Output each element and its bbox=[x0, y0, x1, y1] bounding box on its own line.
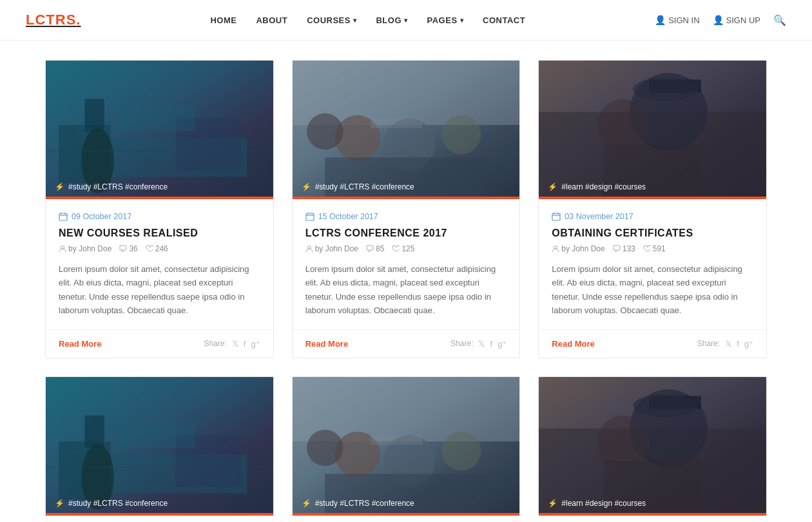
card-body: 03 November 2017 OBTAINING CERTIFICATES … bbox=[539, 199, 766, 318]
read-more-link[interactable]: Read More bbox=[305, 339, 348, 349]
card-date: 15 October 2017 bbox=[305, 212, 507, 221]
twitter-icon[interactable]: 𝕏 bbox=[232, 339, 238, 349]
logo[interactable]: LCTRS. bbox=[26, 12, 81, 28]
image-overlay bbox=[293, 377, 520, 516]
sign-in-label: SIGN IN bbox=[668, 15, 699, 25]
card-comments: 36 bbox=[119, 244, 137, 253]
nav-about[interactable]: ABOUT bbox=[256, 15, 287, 25]
card-footer: Read More Share: 𝕏 f g⁺ bbox=[46, 329, 273, 358]
card-image: ⚡#learn #design #courses bbox=[539, 377, 766, 516]
googleplus-icon[interactable]: g⁺ bbox=[251, 339, 260, 349]
svg-rect-35 bbox=[552, 213, 560, 220]
header-actions: 👤 SIGN IN 👤 SIGN UP 🔍 bbox=[655, 14, 786, 26]
image-overlay bbox=[539, 377, 766, 516]
card-excerpt: Lorem ipsum dolor sit amet, consectetur … bbox=[552, 262, 753, 318]
blog-card: ⚡#learn #design #courses bbox=[538, 376, 767, 516]
image-overlay bbox=[46, 61, 273, 199]
image-overlay bbox=[46, 377, 273, 516]
svg-rect-40 bbox=[614, 246, 620, 250]
card-likes: 591 bbox=[643, 244, 666, 253]
tag-icon: ⚡ bbox=[55, 182, 64, 191]
twitter-icon[interactable]: 𝕏 bbox=[725, 339, 731, 349]
read-more-link[interactable]: Read More bbox=[59, 339, 101, 349]
card-tags: ⚡#study #LCTRS #conference bbox=[55, 182, 168, 191]
card-image: ⚡#study #LCTRS #conference bbox=[293, 377, 520, 516]
card-excerpt: Lorem ipsum dolor sit amet, consectetur … bbox=[59, 262, 260, 318]
card-date-text: 09 October 2017 bbox=[72, 212, 131, 221]
sign-in-link[interactable]: 👤 SIGN IN bbox=[655, 15, 699, 25]
site-header: LCTRS. HOME ABOUT COURSES BLOG PAGES CON… bbox=[0, 0, 812, 41]
comment-icon bbox=[119, 245, 127, 253]
image-bar bbox=[539, 513, 766, 516]
image-bar bbox=[539, 197, 766, 199]
share-group: Share: 𝕏 f g⁺ bbox=[204, 339, 260, 349]
card-title: OBTAINING CERTIFICATES bbox=[552, 227, 753, 239]
card-body: 15 October 2017 LCTRS CONFERENCE 2017 by… bbox=[293, 199, 520, 318]
search-icon[interactable]: 🔍 bbox=[773, 14, 786, 26]
card-tags: ⚡#study #LCTRS #conference bbox=[55, 499, 168, 508]
card-date-text: 15 October 2017 bbox=[318, 212, 378, 221]
image-overlay bbox=[539, 61, 766, 199]
card-meta: by John Doe 36 246 bbox=[59, 244, 260, 253]
author-icon bbox=[59, 245, 66, 253]
sign-up-link[interactable]: 👤 SIGN UP bbox=[713, 15, 760, 25]
blog-card: ⚡#study #LCTRS #conference 09 October 20… bbox=[45, 60, 274, 358]
card-comments: 133 bbox=[613, 244, 635, 253]
share-group: Share: 𝕏 f g⁺ bbox=[697, 339, 753, 349]
svg-rect-8 bbox=[59, 213, 67, 220]
tag-icon: ⚡ bbox=[548, 499, 557, 508]
share-label: Share: bbox=[450, 339, 473, 348]
card-tag-text: #study #LCTRS #conference bbox=[68, 499, 168, 508]
facebook-icon[interactable]: f bbox=[244, 339, 246, 349]
calendar-icon bbox=[59, 212, 68, 221]
card-tags: ⚡#learn #design #courses bbox=[548, 182, 646, 191]
blog-card: ⚡#study #LCTRS #conference 15 October 20… bbox=[292, 60, 521, 358]
svg-rect-22 bbox=[306, 213, 314, 220]
googleplus-icon[interactable]: g⁺ bbox=[498, 339, 507, 349]
nav-contact[interactable]: CONTACT bbox=[483, 15, 525, 25]
nav-blog[interactable]: BLOG bbox=[376, 15, 407, 25]
card-tag-text: #learn #design #courses bbox=[561, 182, 646, 191]
heart-icon bbox=[643, 245, 651, 253]
twitter-icon[interactable]: 𝕏 bbox=[478, 339, 485, 349]
card-comments: 85 bbox=[366, 244, 384, 253]
nav-home[interactable]: HOME bbox=[210, 15, 237, 25]
comment-icon bbox=[613, 245, 621, 253]
card-date-text: 03 November 2017 bbox=[565, 212, 633, 221]
logo-text: LCTRS bbox=[26, 12, 76, 28]
card-image: ⚡#study #LCTRS #conference bbox=[46, 377, 273, 516]
blog-card: ⚡#learn #design #courses 03 November 201… bbox=[538, 60, 767, 358]
image-overlay bbox=[293, 61, 520, 199]
card-date: 03 November 2017 bbox=[552, 212, 753, 221]
blog-grid-row2: ⚡#study #LCTRS #conference ⚡#study #LCTR… bbox=[45, 376, 767, 516]
card-footer: Read More Share: 𝕏 f g⁺ bbox=[293, 329, 520, 358]
page-content: ⚡#study #LCTRS #conference 09 October 20… bbox=[32, 41, 780, 522]
read-more-link[interactable]: Read More bbox=[552, 339, 594, 349]
facebook-icon[interactable]: f bbox=[490, 339, 492, 349]
card-image: ⚡#learn #design #courses bbox=[539, 61, 766, 199]
heart-icon bbox=[392, 245, 400, 253]
svg-rect-27 bbox=[367, 246, 373, 250]
card-tags: ⚡#learn #design #courses bbox=[548, 499, 646, 508]
author-icon bbox=[305, 245, 313, 253]
nav-pages[interactable]: PAGES bbox=[427, 15, 464, 25]
card-likes: 246 bbox=[146, 244, 168, 253]
calendar-icon bbox=[305, 212, 314, 221]
blog-card: ⚡#study #LCTRS #conference bbox=[292, 376, 521, 516]
googleplus-icon[interactable]: g⁺ bbox=[744, 339, 753, 349]
heart-icon bbox=[146, 245, 153, 253]
nav-courses[interactable]: COURSES bbox=[307, 15, 356, 25]
user-add-icon: 👤 bbox=[713, 15, 724, 25]
card-tag-text: #study #LCTRS #conference bbox=[315, 182, 414, 191]
tag-icon: ⚡ bbox=[548, 182, 557, 191]
card-author: by John Doe bbox=[305, 244, 358, 253]
tag-icon: ⚡ bbox=[302, 499, 311, 508]
card-author: by John Doe bbox=[59, 244, 111, 253]
card-tags: ⚡#study #LCTRS #conference bbox=[302, 499, 414, 508]
logo-dot: . bbox=[76, 12, 81, 28]
facebook-icon[interactable]: f bbox=[737, 339, 739, 349]
tag-icon: ⚡ bbox=[55, 499, 64, 508]
card-likes: 125 bbox=[392, 244, 414, 253]
comment-icon bbox=[366, 245, 374, 253]
main-nav: HOME ABOUT COURSES BLOG PAGES CONTACT bbox=[210, 15, 525, 25]
